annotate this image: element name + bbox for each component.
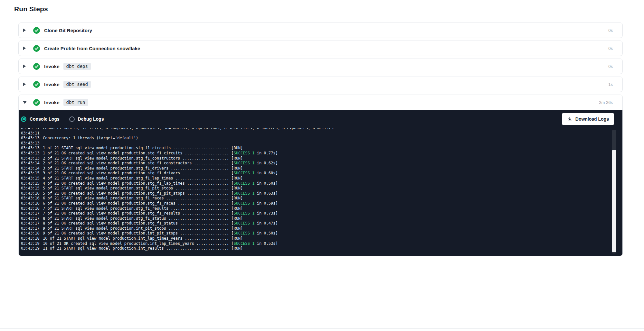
run-step-header[interactable]: Clone Git Repository 0s [19, 23, 622, 38]
log-tab-label: Console Logs [30, 116, 60, 122]
run-steps-list: Clone Git Repository 0s Create Profile f… [18, 23, 623, 256]
log-tab[interactable]: Console Logs [21, 116, 60, 122]
step-duration: 2m 26s [599, 100, 613, 105]
step-label: Invoke [44, 82, 60, 87]
log-line: 03:43:131 of 21 OK created sql view mode… [21, 151, 622, 156]
log-line: 03:43:1910 of 21 OK created sql view mod… [21, 241, 622, 246]
step-label: Invoke [44, 64, 60, 69]
run-step-header[interactable]: Invoke dbt seed 1s [19, 77, 622, 92]
expand-caret-icon[interactable] [23, 64, 28, 68]
log-line: 03:43:166 of 21 START sql view model pro… [21, 196, 622, 201]
log-line: 03:43:165 of 21 OK created sql view mode… [21, 191, 622, 196]
log-lines: 03:43:11Found 21 models, 17 tests, 0 sna… [21, 128, 622, 251]
log-tab-label: Debug Logs [78, 116, 104, 122]
log-line: 03:43:153 of 21 OK created sql view mode… [21, 171, 622, 176]
success-check-icon [33, 81, 40, 88]
page-header: Run Steps [0, 0, 644, 13]
log-line: 03:43:167 of 21 START sql view model pro… [21, 206, 622, 211]
log-line: 03:43:132 of 21 START sql view model pro… [21, 156, 622, 161]
step-duration: 1s [608, 82, 613, 87]
log-line: 03:43:11Found 21 models, 17 tests, 0 sna… [21, 128, 622, 131]
success-check-icon [33, 63, 40, 70]
log-scrollbar-track[interactable] [612, 130, 616, 253]
expand-caret-icon[interactable] [23, 82, 28, 86]
run-step-header[interactable]: Invoke dbt run 2m 26s [19, 95, 622, 110]
expand-caret-icon[interactable] [23, 101, 28, 104]
console-panel: Console Logs Debug Logs Download Logs 03… [19, 110, 622, 256]
success-check-icon [33, 99, 40, 106]
radio-icon[interactable] [21, 116, 26, 122]
log-line: 03:43:154 of 21 OK created sql view mode… [21, 181, 622, 186]
step-label: Clone Git Repository [44, 28, 92, 33]
download-logs-label: Download Logs [575, 116, 609, 122]
step-label: Invoke [44, 100, 60, 105]
log-line: 03:43:13 [21, 141, 622, 146]
log-line: 03:43:178 of 21 START sql view model pro… [21, 216, 622, 221]
step-command-pill: dbt deps [63, 63, 91, 70]
run-step-header[interactable]: Create Profile from Connection snowflake… [19, 41, 622, 56]
run-step-card: Invoke dbt deps 0s [18, 59, 623, 74]
expand-caret-icon[interactable] [23, 28, 28, 32]
success-check-icon [33, 27, 40, 34]
radio-icon[interactable] [69, 116, 75, 122]
step-duration: 0s [608, 64, 613, 69]
log-line: 03:43:11 [21, 131, 622, 136]
run-step-card: Create Profile from Connection snowflake… [18, 41, 623, 56]
log-tabs: Console Logs Debug Logs [21, 116, 113, 122]
section-divider [0, 328, 644, 329]
console-toolbar: Console Logs Debug Logs Download Logs [19, 110, 622, 128]
success-check-icon [33, 45, 40, 52]
console-log-viewport[interactable]: 03:43:11Found 21 models, 17 tests, 0 sna… [19, 128, 622, 256]
step-command-pill: dbt seed [63, 81, 91, 88]
log-line: 03:43:166 of 21 OK created sql view mode… [21, 201, 622, 206]
log-scrollbar-thumb[interactable] [612, 150, 616, 252]
log-tab[interactable]: Debug Logs [69, 116, 104, 122]
log-line: 03:43:189 of 21 OK created sql view mode… [21, 231, 622, 236]
run-step-card: Invoke dbt run 2m 26s Console Logs Debug… [18, 95, 623, 256]
log-line: 03:43:13Concurrency: 1 threads (target='… [21, 136, 622, 141]
step-duration: 0s [608, 28, 613, 33]
run-step-header[interactable]: Invoke dbt deps 0s [19, 59, 622, 74]
expand-caret-icon[interactable] [23, 46, 28, 50]
log-line: 03:43:1810 of 21 START sql view model pr… [21, 236, 622, 241]
step-label: Create Profile from Connection snowflake [44, 46, 140, 51]
download-logs-button[interactable]: Download Logs [562, 113, 614, 125]
step-command-pill: dbt run [63, 99, 88, 106]
log-line: 03:43:177 of 21 OK created sql view mode… [21, 211, 622, 216]
log-line: 03:43:178 of 21 OK created sql view mode… [21, 221, 622, 226]
log-line: 03:43:142 of 21 OK created sql view mode… [21, 161, 622, 166]
log-line: 03:43:155 of 21 START sql view model pro… [21, 186, 622, 191]
log-line: 03:43:154 of 21 START sql view model pro… [21, 176, 622, 181]
step-duration: 0s [608, 46, 613, 51]
log-line: 03:43:179 of 21 START sql view model pro… [21, 226, 622, 231]
log-line: 03:43:143 of 21 START sql view model pro… [21, 166, 622, 171]
download-icon [567, 116, 573, 122]
run-step-card: Invoke dbt seed 1s [18, 77, 623, 92]
log-line: 03:43:1911 of 21 START sql view model pr… [21, 246, 622, 251]
page-title: Run Steps [14, 5, 644, 13]
run-step-card: Clone Git Repository 0s [18, 23, 623, 38]
log-line: 03:43:131 of 21 START sql view model pro… [21, 146, 622, 151]
